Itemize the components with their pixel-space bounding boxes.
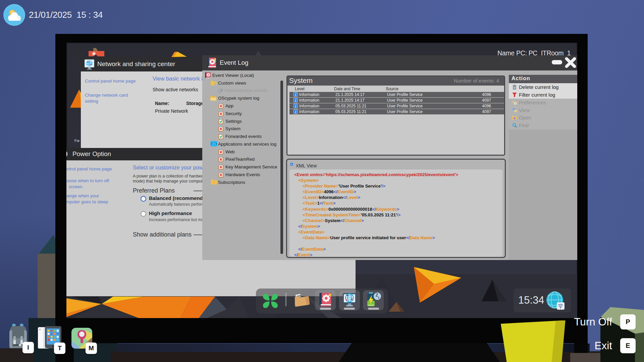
svg-text:APPS: APPS [212,143,216,145]
svg-text:z: z [378,296,380,299]
